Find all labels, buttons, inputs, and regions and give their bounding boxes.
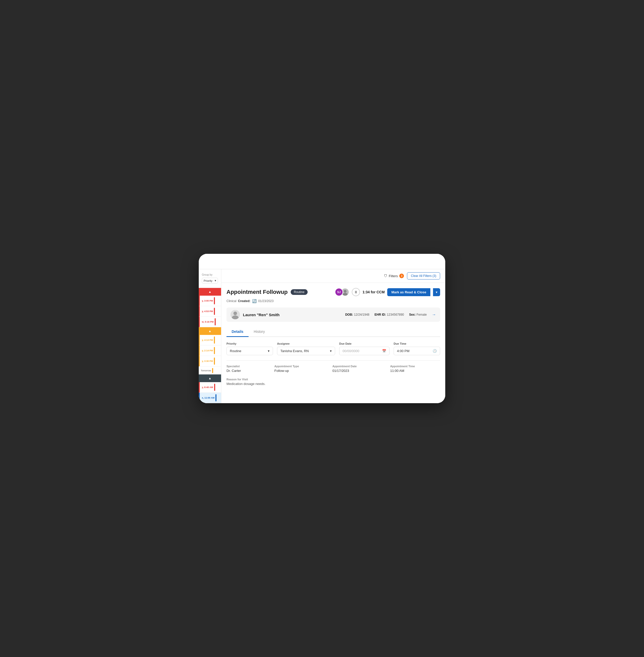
- group-by-label: Group by: [202, 273, 218, 276]
- screen: Group by Priority ▾ ▲ y, 3:00 PM: [199, 254, 445, 403]
- item-time: y, 3:00 PM: [202, 300, 213, 302]
- priority-value: Routine: [230, 349, 242, 353]
- chevron-up-icon: ▲: [208, 329, 212, 333]
- tomorrow-label: Tomorrow: [201, 369, 211, 372]
- due-date-label: Due Date: [339, 342, 390, 345]
- sidebar: Group by Priority ▾ ▲ y, 3:00 PM: [199, 269, 221, 403]
- chevron-down-icon: ▾: [215, 279, 216, 282]
- due-time-field-group: Due Time 4:00 PM 🕓: [394, 342, 440, 355]
- item-time: y, 2:14 PM: [202, 349, 213, 352]
- priority-bar: [214, 297, 215, 304]
- appointment-type-value: Follow-up: [275, 369, 324, 373]
- mark-read-button[interactable]: Mark as Read & Close: [387, 288, 430, 296]
- routine-badge: Routine: [291, 289, 307, 295]
- tab-details-label: Details: [232, 330, 244, 334]
- assignee-select[interactable]: Tanisha Evans, RN ▾: [277, 347, 335, 355]
- item-time: w, 5:16 PM: [202, 321, 214, 323]
- sex-label: Sex:: [409, 313, 415, 316]
- list-item[interactable]: x, 11:00 AM: [199, 393, 221, 403]
- reason-value: Medication dosage needs.: [227, 382, 440, 386]
- priority-bar: [212, 368, 213, 373]
- due-time-value: 4:00 PM: [397, 349, 409, 353]
- section-header-dark[interactable]: ▲: [199, 374, 221, 382]
- appointment-date-label: Appointment Date: [332, 365, 382, 368]
- assignee-field-group: Assignee Tanisha Evans, RN ▾: [277, 342, 335, 355]
- content-header: ⛉ Filters 3 Clear All Filters (3): [221, 269, 445, 283]
- patient-name: Lauren "Ren" Smith: [243, 312, 280, 317]
- list-item[interactable]: w, 5:16 PM: [199, 317, 221, 327]
- tab-history[interactable]: History: [249, 327, 270, 337]
- due-time-input[interactable]: 4:00 PM 🕓: [394, 347, 440, 355]
- list-item[interactable]: y, 4:13 PM: [199, 335, 221, 346]
- appointment-date-value: 01/17/2023: [332, 369, 382, 373]
- patient-bar: Lauren "Ren" Smith DOB: 12/24/1948 EHR I…: [227, 307, 440, 322]
- tab-history-label: History: [254, 330, 265, 334]
- sidebar-section-red: ▲ y, 3:00 PM y, 4:53 PM w, 5:16 PM: [199, 288, 221, 327]
- avatar-sj: SJ: [335, 288, 343, 296]
- patient-sex: Sex: Female: [409, 313, 427, 316]
- patient-avatar: [231, 310, 240, 319]
- assignee-value: Tanisha Evans, RN: [280, 349, 309, 353]
- main-layout: Group by Priority ▾ ▲ y, 3:00 PM: [199, 269, 445, 403]
- chevron-down-icon: ▾: [268, 349, 270, 353]
- filter-icon: ⛉: [384, 274, 387, 278]
- priority-bar: [215, 394, 216, 401]
- sidebar-items: ▲ y, 3:00 PM y, 4:53 PM w, 5:16 PM: [199, 288, 221, 403]
- tab-details[interactable]: Details: [227, 327, 249, 337]
- ehr-value: 1234567890: [387, 313, 404, 316]
- appointment-time-field: Appointment Time 11:00 AM: [390, 365, 440, 373]
- pause-button[interactable]: ⏸: [352, 288, 360, 296]
- top-bar: [199, 254, 445, 269]
- list-item[interactable]: y, 3:00 PM: [199, 296, 221, 306]
- priority-bar: [214, 336, 215, 344]
- priority-field-group: Priority Routine ▾: [227, 342, 273, 355]
- filters-label: Filters: [389, 274, 398, 278]
- list-item[interactable]: y, 4:53 PM: [199, 306, 221, 317]
- reason-label: Reason for Visit: [227, 378, 440, 381]
- priority-select[interactable]: Routine ▾: [227, 347, 273, 355]
- svg-point-1: [344, 290, 346, 292]
- list-item[interactable]: Tomorrow: [199, 367, 221, 374]
- dob-value: 12/24/1948: [354, 313, 369, 316]
- patient-navigate-arrow[interactable]: →: [432, 312, 436, 317]
- specialist-value: Dr. Carter: [227, 369, 266, 373]
- sidebar-section-dark: ▲ y, 8:48 AM x, 11:00 AM: [199, 374, 221, 403]
- chevron-down-icon: ▾: [330, 349, 332, 353]
- chevron-up-icon: ▲: [208, 290, 212, 294]
- created-date: 01/23/2023: [258, 299, 274, 303]
- main-content: ⛉ Filters 3 Clear All Filters (3) Appoin…: [221, 269, 445, 403]
- filters-button[interactable]: ⛉ Filters 3: [384, 274, 404, 278]
- task-header: Appointment Followup Routine SJ: [227, 288, 440, 296]
- created-label: Created:: [238, 299, 251, 303]
- clock-icon: 🕓: [433, 349, 437, 353]
- svg-point-2: [343, 293, 347, 296]
- mark-read-dropdown-button[interactable]: ▾: [433, 288, 440, 296]
- section-header-yellow[interactable]: ▲: [199, 327, 221, 335]
- list-item[interactable]: y, 2:14 PM: [199, 346, 221, 356]
- due-time-label: Due Time: [394, 342, 440, 345]
- filter-count-badge: 3: [399, 274, 404, 278]
- list-item[interactable]: y, 3:30 PM: [199, 356, 221, 367]
- sidebar-toolbar: Group by Priority ▾: [199, 269, 221, 288]
- assignee-label: Assignee: [277, 342, 335, 345]
- sync-icon: 🔄: [252, 299, 256, 303]
- specialist-field: Specialist Dr. Carter: [227, 365, 266, 373]
- due-date-field-group: Due Date 00/00/0000 📅: [339, 342, 390, 355]
- item-time: x, 11:00 AM: [202, 397, 214, 399]
- appointment-time-value: 11:00 AM: [390, 369, 440, 373]
- timer-text: 1:34 for CCM: [363, 290, 385, 294]
- due-date-input[interactable]: 00/00/0000 📅: [339, 347, 390, 355]
- patient-ehr: EHR ID: 1234567890: [375, 313, 404, 316]
- clear-filters-button[interactable]: Clear All Filters (3): [407, 272, 440, 280]
- priority-bar: [214, 384, 215, 391]
- sex-value: Female: [416, 313, 427, 316]
- appointment-date-field: Appointment Date 01/17/2023: [332, 365, 382, 373]
- dob-label: DOB:: [345, 313, 353, 316]
- item-time: y, 4:53 PM: [202, 310, 213, 312]
- task-panel: Appointment Followup Routine SJ: [221, 283, 445, 403]
- section-header-red[interactable]: ▲: [199, 288, 221, 296]
- list-item[interactable]: y, 8:48 AM: [199, 382, 221, 393]
- specialist-label: Specialist: [227, 365, 266, 368]
- priority-bar: [215, 318, 216, 325]
- group-by-select[interactable]: Priority ▾: [202, 278, 218, 284]
